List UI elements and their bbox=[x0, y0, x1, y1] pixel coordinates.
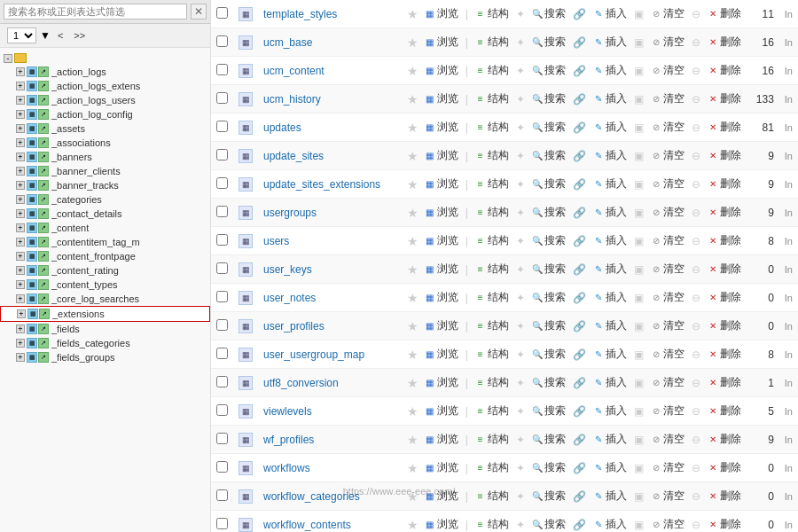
structure-button[interactable]: ≡ 结构 bbox=[471, 486, 513, 506]
delete-button[interactable]: ✕ 删除 bbox=[703, 259, 746, 279]
browse-button[interactable]: ▦ 浏览 bbox=[420, 429, 463, 450]
search-button[interactable]: 🔍 搜索 bbox=[528, 344, 570, 364]
browse-button[interactable]: ▦ 浏览 bbox=[420, 117, 463, 137]
row-checkbox[interactable] bbox=[216, 433, 228, 444]
insert-button[interactable]: ✎ 插入 bbox=[589, 32, 631, 52]
row-checkbox[interactable] bbox=[216, 518, 228, 529]
insert-button[interactable]: ✎ 插入 bbox=[589, 287, 631, 308]
delete-button[interactable]: ✕ 删除 bbox=[703, 32, 746, 52]
structure-button[interactable]: ≡ 结构 bbox=[471, 32, 513, 52]
row-checkbox[interactable] bbox=[216, 177, 228, 189]
list-item[interactable]: + ▦ ↗ _content_rating bbox=[0, 263, 210, 278]
star-icon[interactable]: ★ bbox=[407, 35, 419, 50]
list-item[interactable]: + ▦ ↗ _banners bbox=[0, 150, 210, 164]
nav-next-button[interactable]: >> bbox=[70, 29, 89, 42]
structure-button[interactable]: ≡ 结构 bbox=[471, 401, 513, 421]
list-item[interactable]: + ▦ ↗ _assets bbox=[0, 121, 210, 136]
empty-button[interactable]: ⊘ 清空 bbox=[646, 174, 689, 194]
insert-button[interactable]: ✎ 插入 bbox=[589, 344, 631, 364]
list-item[interactable]: + ▦ ↗ _contact_details bbox=[0, 207, 210, 221]
star-icon[interactable]: ★ bbox=[407, 489, 419, 504]
table-name-link[interactable]: utf8_conversion bbox=[263, 377, 339, 389]
star-icon[interactable]: ★ bbox=[407, 7, 419, 21]
browse-button[interactable]: ▦ 浏览 bbox=[420, 231, 463, 251]
table-name-link[interactable]: wf_profiles bbox=[263, 434, 314, 446]
search-button[interactable]: 🔍 搜索 bbox=[528, 514, 570, 532]
structure-button[interactable]: ≡ 结构 bbox=[471, 231, 513, 251]
table-name-link[interactable]: user_notes bbox=[263, 292, 316, 304]
search-input[interactable] bbox=[4, 4, 187, 20]
row-checkbox[interactable] bbox=[216, 121, 228, 132]
delete-button[interactable]: ✕ 删除 bbox=[703, 372, 746, 393]
row-checkbox[interactable] bbox=[216, 7, 228, 19]
browse-button[interactable]: ▦ 浏览 bbox=[420, 486, 463, 506]
insert-button[interactable]: ✎ 插入 bbox=[589, 4, 631, 24]
star-icon[interactable]: ★ bbox=[407, 376, 419, 390]
search-button[interactable]: 🔍 搜索 bbox=[528, 60, 570, 81]
nav-prev-button[interactable]: < bbox=[54, 29, 66, 42]
search-button[interactable]: 🔍 搜索 bbox=[528, 117, 570, 137]
search-button[interactable]: 🔍 搜索 bbox=[528, 145, 570, 166]
browse-button[interactable]: ▦ 浏览 bbox=[420, 32, 463, 52]
star-icon[interactable]: ★ bbox=[407, 433, 419, 447]
search-button[interactable]: 🔍 搜索 bbox=[528, 259, 570, 279]
list-item[interactable]: + ▦ ↗ _action_logs_users bbox=[0, 93, 210, 107]
list-item[interactable]: + ▦ ↗ _banner_clients bbox=[0, 164, 210, 178]
browse-button[interactable]: ▦ 浏览 bbox=[420, 259, 463, 279]
structure-button[interactable]: ≡ 结构 bbox=[471, 372, 513, 393]
structure-button[interactable]: ≡ 结构 bbox=[471, 316, 513, 336]
star-icon[interactable]: ★ bbox=[407, 291, 419, 305]
empty-button[interactable]: ⊘ 清空 bbox=[646, 89, 689, 109]
structure-button[interactable]: ≡ 结构 bbox=[471, 259, 513, 279]
star-icon[interactable]: ★ bbox=[407, 518, 419, 532]
search-button[interactable]: 🔍 搜索 bbox=[528, 89, 570, 109]
search-button[interactable]: 🔍 搜索 bbox=[528, 458, 570, 478]
browse-button[interactable]: ▦ 浏览 bbox=[420, 4, 463, 24]
empty-button[interactable]: ⊘ 清空 bbox=[646, 401, 689, 421]
structure-button[interactable]: ≡ 结构 bbox=[471, 117, 513, 137]
browse-button[interactable]: ▦ 浏览 bbox=[420, 174, 463, 194]
browse-button[interactable]: ▦ 浏览 bbox=[420, 401, 463, 421]
empty-button[interactable]: ⊘ 清空 bbox=[646, 316, 689, 336]
tree-root-item[interactable]: - bbox=[0, 51, 210, 65]
browse-button[interactable]: ▦ 浏览 bbox=[420, 458, 463, 478]
table-name-link[interactable]: ucm_history bbox=[263, 93, 321, 106]
list-item[interactable]: + ▦ ↗ _content_frontpage bbox=[0, 249, 210, 263]
star-icon[interactable]: ★ bbox=[407, 348, 419, 362]
list-item-extensions[interactable]: + ▦ ↗ _extensions bbox=[0, 306, 210, 322]
empty-button[interactable]: ⊘ 清空 bbox=[646, 60, 689, 81]
insert-button[interactable]: ✎ 插入 bbox=[589, 316, 631, 336]
empty-button[interactable]: ⊘ 清空 bbox=[646, 259, 689, 279]
row-checkbox[interactable] bbox=[216, 291, 228, 302]
browse-button[interactable]: ▦ 浏览 bbox=[420, 372, 463, 393]
empty-button[interactable]: ⊘ 清空 bbox=[646, 458, 689, 478]
insert-button[interactable]: ✎ 插入 bbox=[589, 458, 631, 478]
structure-button[interactable]: ≡ 结构 bbox=[471, 145, 513, 166]
list-item[interactable]: + ▦ ↗ _action_logs bbox=[0, 65, 210, 79]
delete-button[interactable]: ✕ 删除 bbox=[703, 429, 746, 450]
table-name-link[interactable]: workflows bbox=[263, 462, 310, 474]
empty-button[interactable]: ⊘ 清空 bbox=[646, 32, 689, 52]
table-name-link[interactable]: updates bbox=[263, 121, 301, 134]
browse-button[interactable]: ▦ 浏览 bbox=[420, 60, 463, 81]
list-item[interactable]: + ▦ ↗ _associations bbox=[0, 136, 210, 150]
delete-button[interactable]: ✕ 删除 bbox=[703, 145, 746, 166]
delete-button[interactable]: ✕ 删除 bbox=[703, 514, 746, 532]
empty-button[interactable]: ⊘ 清空 bbox=[646, 145, 689, 166]
row-checkbox[interactable] bbox=[216, 234, 228, 246]
empty-button[interactable]: ⊘ 清空 bbox=[646, 514, 689, 532]
insert-button[interactable]: ✎ 插入 bbox=[589, 486, 631, 506]
empty-button[interactable]: ⊘ 清空 bbox=[646, 486, 689, 506]
insert-button[interactable]: ✎ 插入 bbox=[589, 231, 631, 251]
structure-button[interactable]: ≡ 结构 bbox=[471, 458, 513, 478]
structure-button[interactable]: ≡ 结构 bbox=[471, 429, 513, 450]
empty-button[interactable]: ⊘ 清空 bbox=[646, 4, 689, 24]
search-button[interactable]: 🔍 搜索 bbox=[528, 32, 570, 52]
row-checkbox[interactable] bbox=[216, 319, 228, 331]
structure-button[interactable]: ≡ 结构 bbox=[471, 344, 513, 364]
insert-button[interactable]: ✎ 插入 bbox=[589, 117, 631, 137]
page-select[interactable]: 1 bbox=[7, 27, 36, 43]
delete-button[interactable]: ✕ 删除 bbox=[703, 401, 746, 421]
insert-button[interactable]: ✎ 插入 bbox=[589, 89, 631, 109]
row-checkbox[interactable] bbox=[216, 149, 228, 160]
